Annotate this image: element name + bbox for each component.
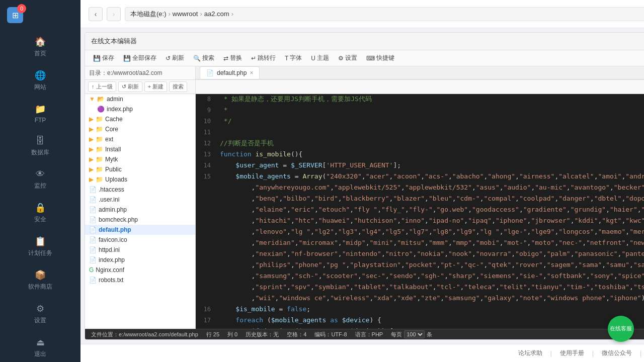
- footer-sep-1: |: [550, 350, 552, 357]
- tree-item-favicon[interactable]: 📄 favicon.ico: [85, 235, 195, 245]
- tree-search-button[interactable]: 搜索: [169, 81, 187, 92]
- editor-statusbar: 文件位置：e:/wwwroot/aa2.com/default.php 行 25…: [85, 329, 644, 339]
- code-line-12: 12 //判断是否是手机: [196, 138, 644, 149]
- up-button[interactable]: ↑ 上一级: [88, 81, 116, 92]
- status-filepath: 文件位置：e:/wwwroot/aa2.com/default.php: [91, 330, 198, 338]
- code-line-15h: ,"nexian","nf-browser","nintendo","nitro…: [196, 249, 644, 260]
- content-area: 在线文本编辑器 ─ □ × 💾 保存 💾 全部保存 ↺: [80, 28, 644, 344]
- code-area[interactable]: 8 * 如果是静态，还要用JS判断手机，需要加JS代码 9 * 10 */: [196, 94, 644, 329]
- tree-label-mytk: Mytk: [105, 156, 118, 163]
- settings-toolbar-button[interactable]: ⚙ 设置: [334, 52, 361, 64]
- tree-label-cache: Cache: [105, 116, 123, 123]
- database-icon: 🗄: [36, 136, 45, 146]
- sidebar-home-label: 首页: [34, 49, 46, 58]
- tree-item-index-php[interactable]: 📄 index.php: [85, 255, 195, 265]
- sidebar-item-home[interactable]: 🏠 首页: [0, 30, 80, 64]
- code-line-15: 15 $mobile_agents = Array("240x320","ace…: [196, 171, 644, 183]
- sidebar-item-tasks[interactable]: 📋 计划任务: [0, 230, 80, 263]
- folder-arrow-core: ▶: [89, 126, 94, 133]
- tree-item-uploads[interactable]: ▶ 📁 Uploads: [85, 174, 195, 185]
- folder-arrow-icon: ▼: [89, 96, 95, 103]
- settings-toolbar-icon: ⚙: [338, 55, 344, 62]
- tree-item-user-ini[interactable]: 📄 .user.ini: [85, 195, 195, 205]
- code-line-15g: ,"meridian","micromax","midp","mini","mi…: [196, 238, 644, 249]
- forward-button[interactable]: ›: [107, 7, 121, 21]
- tree-item-bomcheck[interactable]: 📄 bomcheck.php: [85, 215, 195, 225]
- tree-item-admin-php[interactable]: 📄 admin.php: [85, 205, 195, 215]
- editor-toolbar: 💾 保存 💾 全部保存 ↺ 刷新 🔍 搜索 ⇄ 替换: [85, 50, 644, 66]
- tree-item-default-php[interactable]: 📄 default.php: [85, 225, 195, 235]
- sidebar: ⊞ 0 🏠 首页 🌐 网站 📁 FTP 🗄 数据库 👁 监控 🔒 安全 📋: [0, 0, 80, 362]
- tree-label-admin-php: admin.php: [99, 206, 127, 213]
- font-button[interactable]: T 字体: [281, 52, 306, 64]
- theme-button[interactable]: U 主题: [307, 52, 333, 64]
- path-sep-3: ›: [231, 10, 233, 18]
- save-icon: 💾: [93, 55, 101, 62]
- php-icon-index: 📄: [89, 256, 97, 263]
- status-language: 语言：PHP: [355, 330, 383, 338]
- tree-item-admin[interactable]: ▼ 📂 admin: [85, 94, 195, 104]
- back-button[interactable]: ‹: [89, 7, 103, 21]
- tree-item-robots[interactable]: 📄 robots.txt: [85, 275, 195, 285]
- footer-sep-3: |: [640, 350, 641, 357]
- code-line-18: 18 if (stristr($user_agent, $device)) {: [196, 326, 644, 329]
- sidebar-item-settings[interactable]: ⚙ 设置: [0, 297, 80, 331]
- folder-arrow-cache: ▶: [89, 116, 94, 123]
- code-line-15b: ,"anywhereyougo.com","applewebkit/525","…: [196, 183, 644, 194]
- tree-refresh-button[interactable]: ↺ 刷新: [118, 81, 142, 92]
- code-line-17: 17 foreach ($mobile_agents as $device) {: [196, 315, 644, 326]
- tree-label-admin-index: index.php: [107, 106, 133, 113]
- float-support-button[interactable]: 在线 客服: [608, 316, 634, 342]
- tree-item-mytk[interactable]: ▶ 📁 Mytk: [85, 154, 195, 164]
- save-all-button[interactable]: 💾 全部保存: [119, 52, 160, 64]
- tree-item-cache[interactable]: ▶ 📁 Cache: [85, 114, 195, 124]
- tree-item-public[interactable]: ▶ 📁 Public: [85, 164, 195, 174]
- status-col: 列 0: [227, 330, 237, 338]
- sidebar-item-ftp[interactable]: 📁 FTP: [0, 98, 80, 130]
- tree-label-admin: admin: [107, 96, 123, 103]
- footer-link-wechat[interactable]: 微信公众号: [602, 349, 632, 357]
- footer-link-forum[interactable]: 论坛求助: [518, 349, 542, 357]
- footer-link-manual[interactable]: 使用手册: [560, 349, 584, 357]
- sidebar-appstore-label: 软件商店: [28, 283, 52, 291]
- folder-icon-mytk: 📁: [96, 156, 103, 163]
- status-per-page: 每页 100 200 500 条: [391, 330, 432, 338]
- code-line-15c: ,"benq","bilbo","bird","blackberry","bla…: [196, 194, 644, 205]
- tree-item-htaccess[interactable]: 📄 .htaccess: [85, 185, 195, 195]
- tree-item-httpd[interactable]: 📄 httpd.ini: [85, 245, 195, 255]
- sidebar-item-appstore[interactable]: 📦 软件商店: [0, 263, 80, 297]
- replace-button[interactable]: ⇄ 替换: [219, 52, 246, 64]
- search-toolbar-button[interactable]: 🔍 搜索: [189, 52, 218, 64]
- php-icon-admin: 📄: [89, 206, 97, 213]
- editor-tabs: 📄 default.php ×: [196, 66, 644, 79]
- new-button[interactable]: + 新建: [144, 81, 167, 92]
- tree-item-core[interactable]: ▶ 📁 Core: [85, 124, 195, 134]
- save-all-icon: 💾: [123, 55, 131, 62]
- tree-item-nginx[interactable]: G Nginx.conf: [85, 265, 195, 275]
- sidebar-item-monitor[interactable]: 👁 监控: [0, 163, 80, 196]
- sidebar-logo: ⊞ 0: [0, 0, 30, 30]
- folder-icon-admin: 📂: [97, 96, 105, 103]
- shortcut-button[interactable]: ⌨ 快捷键: [362, 52, 398, 64]
- tree-item-admin-index[interactable]: 🟣 index.php: [85, 104, 195, 114]
- save-button[interactable]: 💾 保存: [89, 52, 118, 64]
- sidebar-item-database[interactable]: 🗄 数据库: [0, 130, 80, 163]
- editor-titlebar: 在线文本编辑器 ─ □ ×: [85, 33, 644, 50]
- tab-default-php[interactable]: 📄 default.php ×: [200, 66, 260, 79]
- tree-label-htaccess: .htaccess: [99, 186, 124, 193]
- path-part-1: 本地磁盘(e:): [130, 10, 167, 19]
- refresh-button[interactable]: ↺ 刷新: [162, 52, 188, 64]
- tab-close-button[interactable]: ×: [250, 69, 253, 76]
- tree-item-install[interactable]: ▶ 📁 Install: [85, 144, 195, 154]
- tree-label-httpd: httpd.ini: [99, 246, 120, 253]
- sidebar-item-website[interactable]: 🌐 网站: [0, 64, 80, 98]
- sidebar-item-logout[interactable]: ⏏ 退出: [0, 331, 80, 362]
- tree-item-ext[interactable]: ▶ 📁 ext: [85, 134, 195, 144]
- per-page-select[interactable]: 100 200 500: [404, 330, 425, 338]
- jump-icon: ↵: [251, 55, 256, 62]
- code-line-9: 9 *: [196, 105, 644, 116]
- jump-button[interactable]: ↵ 跳转行: [247, 52, 280, 64]
- tree-label-default-php: default.php: [99, 226, 131, 233]
- editor-title: 在线文本编辑器: [91, 37, 137, 46]
- sidebar-item-security[interactable]: 🔒 安全: [0, 196, 80, 230]
